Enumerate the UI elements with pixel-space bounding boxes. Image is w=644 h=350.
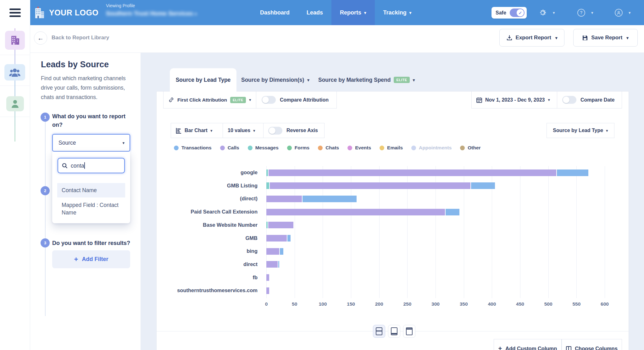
elite-badge: ELITE [394, 77, 409, 83]
bar-segment-messages [266, 169, 268, 176]
dropdown-search-input[interactable]: conta [58, 158, 125, 173]
bar-google[interactable] [266, 169, 588, 176]
gear-icon [538, 8, 547, 17]
sidebar-item-users[interactable] [4, 64, 25, 81]
bar-segment-calls [266, 261, 278, 268]
bar-bing[interactable] [266, 248, 283, 255]
bar-Base Website Number[interactable] [266, 222, 293, 228]
x-axis-tick-label: 300 [431, 301, 440, 307]
tab-source-by-lead-type[interactable]: Source by Lead Type [170, 68, 236, 92]
date-caret-icon: ▾ [548, 97, 550, 102]
layout-switcher [373, 325, 415, 338]
sidebar-item-contact[interactable] [6, 96, 24, 111]
compare-date-toggle[interactable] [562, 96, 576, 104]
legend-item-emails[interactable]: Emails [380, 145, 403, 151]
chart-category-label: GMB [156, 235, 262, 241]
attribution-model-button[interactable]: First Click Attribution ELITE ▾ [163, 91, 256, 108]
legend-item-events[interactable]: Events [347, 145, 371, 151]
dropdown-option[interactable]: Contact Name [57, 183, 125, 197]
chart-category-label: GMB Listing [156, 183, 262, 189]
step-3-badge: 3 [41, 238, 50, 247]
elite-badge: ELITE [230, 97, 246, 103]
safe-label: Safe [496, 10, 506, 16]
legend-item-forms[interactable]: Forms [287, 145, 309, 151]
legend-item-chats[interactable]: Chats [318, 145, 339, 151]
help-menu[interactable]: ? ▾ [577, 0, 593, 25]
back-label[interactable]: Back to Report Library [52, 35, 109, 41]
tab-caret-icon: ▾ [413, 78, 415, 82]
tab-source-by-marketing-spend[interactable]: Source by Marketing SpendELITE▾ [318, 68, 415, 92]
legend-dot-icon [411, 146, 416, 150]
profile-sidebar [0, 25, 30, 350]
download-icon [507, 35, 512, 41]
report-on-select[interactable]: Source▾ [52, 134, 130, 152]
sidebar-item-company[interactable] [5, 31, 25, 50]
save-report-button[interactable]: Save Report ▾ [573, 29, 638, 47]
nav-item-reports[interactable]: Reports▾ [331, 0, 375, 25]
nav-item-leads[interactable]: Leads [298, 0, 331, 25]
columns-icon [566, 346, 571, 350]
breakdown-caret-icon: ▾ [606, 128, 608, 133]
export-report-button[interactable]: Export Report ▾ [499, 29, 564, 47]
settings-menu[interactable]: ▾ [538, 0, 555, 25]
back-button[interactable]: ← [34, 31, 47, 45]
bar-segment-calls [266, 235, 287, 242]
tab-caret-icon: ▾ [307, 78, 309, 82]
text-cursor [84, 162, 85, 169]
chart-type-select[interactable]: Bar Chart ▾ [171, 123, 223, 138]
bar-Paid Search Call Extension[interactable] [266, 209, 459, 215]
legend-item-transactions[interactable]: Transactions [174, 145, 212, 151]
x-axis-tick-label: 500 [544, 301, 552, 307]
people-group-icon [9, 68, 21, 77]
layout-split-button[interactable] [373, 325, 385, 338]
legend-dot-icon [174, 146, 179, 150]
nav-item-tracking[interactable]: Tracking▾ [375, 0, 420, 25]
bar-segment-calls [268, 222, 294, 228]
plus-icon: + [74, 255, 78, 264]
compare-attribution-toggle[interactable] [262, 96, 276, 104]
bar-segment-calls [266, 287, 269, 294]
date-range-button[interactable]: Nov 1, 2023 - Dec 9, 2023 ▾ [471, 91, 557, 108]
bar-segment-calls [266, 196, 302, 202]
legend-item-calls[interactable]: Calls [220, 145, 239, 151]
bar-GMB[interactable] [266, 235, 291, 242]
add-custom-column-button[interactable]: + Add Custom Column [494, 339, 562, 350]
account-menu[interactable]: ▾ [615, 0, 631, 25]
logo[interactable]: YOUR LOGO [34, 0, 98, 25]
layout-chart-only-button[interactable] [388, 325, 400, 338]
legend-item-other[interactable]: Other [460, 145, 480, 151]
bar-GMB Listing[interactable] [266, 182, 495, 189]
legend-dot-icon [460, 146, 465, 150]
bar-segment-transactions [280, 248, 283, 255]
reverse-axis-toggle[interactable] [268, 127, 282, 135]
dropdown-option[interactable]: Mapped Field : Contact Name [57, 201, 125, 216]
layout-table-icon [406, 327, 413, 335]
legend-item-appointments[interactable]: Appointments [411, 145, 452, 151]
add-filter-button[interactable]: + Add Filter [52, 250, 130, 268]
bar-segment-transactions [446, 209, 459, 215]
account-caret-icon: ▾ [629, 10, 631, 15]
tab-source-by-dimensions[interactable]: Source by Dimension(s)▾ [241, 68, 309, 92]
choose-columns-button[interactable]: Choose Columns [562, 339, 622, 350]
profile-name-blurred[interactable]: Southern Trust Home Services ▾ [106, 10, 197, 17]
hamburger-icon [9, 8, 21, 17]
compare-date-toggle-box: Compare Date [557, 91, 622, 108]
nav-item-dashboard[interactable]: Dashboard [252, 0, 298, 25]
bar-direct[interactable] [266, 261, 279, 268]
bar-(direct)[interactable] [266, 196, 357, 202]
bar-segment-messages [266, 182, 269, 189]
viewing-profile-label: Viewing Profile [106, 3, 197, 8]
breakdown-select[interactable]: Source by Lead Type ▾ [547, 123, 614, 138]
safe-toggle[interactable]: ✓ [510, 8, 525, 17]
bar-segment-transactions [303, 196, 357, 202]
values-count-select[interactable]: 10 values ▾ [223, 123, 264, 138]
reverse-axis-toggle-box: Reverse Axis [263, 123, 325, 138]
bar-chart-icon [176, 128, 182, 134]
bar-segment-calls [269, 169, 556, 176]
legend-item-messages[interactable]: Messages [248, 145, 279, 151]
legend-dot-icon [220, 146, 225, 150]
layout-table-only-button[interactable] [403, 325, 415, 338]
hamburger-button[interactable] [0, 0, 30, 25]
bar-southerntrusthomeservices.com[interactable] [266, 287, 269, 294]
bar-fb[interactable] [266, 274, 269, 281]
